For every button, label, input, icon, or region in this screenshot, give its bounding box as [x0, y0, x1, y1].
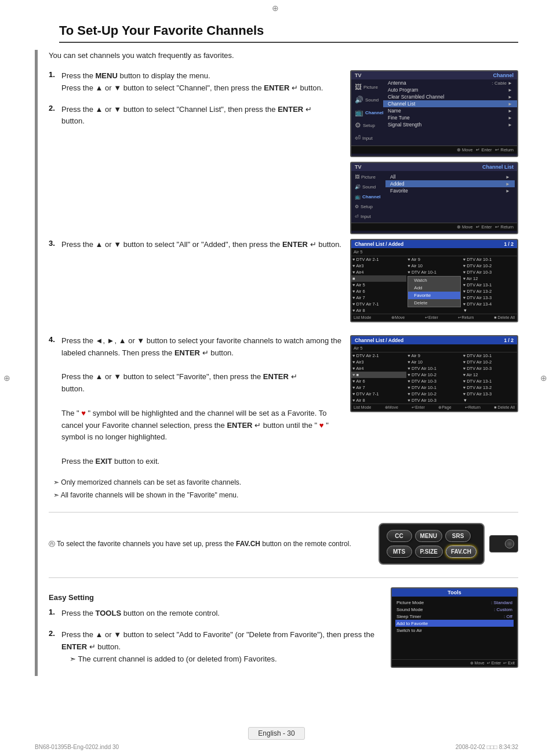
tools-sleep: Sleep Timer : Off: [395, 613, 514, 620]
cla2-col3: DTV Air 10-1 DTV Air 10-2 DTV Air 10-3 A…: [462, 352, 517, 404]
picmode-label: Picture Mode: [396, 600, 424, 605]
cla-screen-2: Channel List / Added 1 / 2 Air 5 DTV Air…: [350, 335, 518, 412]
cl-setup-row: ⚙Setup: [351, 202, 383, 212]
remote-favch-btn[interactable]: FAV.CH: [446, 546, 476, 558]
tools-sndmode: Sound Mode : Custom: [395, 606, 514, 613]
heart-sym-2: ♥: [319, 421, 324, 430]
remote-mts-btn[interactable]: MTS: [387, 546, 412, 558]
tools-f-enter: ↵ Enter: [487, 661, 501, 666]
sndmode-label: Sound Mode: [396, 607, 423, 612]
cl-all-row: All►: [385, 173, 515, 180]
channel-list-header: TV Channel List: [351, 163, 517, 171]
tv-channel-rows: Antenna: Cable ► Auto Program► Clear Scr…: [383, 79, 517, 146]
remote-buttons-mockup: CC MENU SRS MTS P.SIZE FAV.CH: [379, 523, 518, 565]
cl-favorite-row: Favorite►: [385, 187, 515, 194]
cl-footer-enter: ↵ Enter: [476, 224, 492, 230]
input-label: Input: [362, 136, 373, 141]
tv-channellist-row: Channel List►: [383, 100, 517, 107]
tv-input-icon-row: ⏎Input: [351, 132, 383, 144]
cl-menu-label: Channel List: [482, 164, 514, 170]
c2-air6: Air 6: [351, 378, 406, 384]
ctx-watch[interactable]: Watch: [408, 277, 460, 284]
c2-dtv10-2b: DTV Air 10-2: [406, 391, 461, 397]
cla-context-menu: Watch Add Favorite Delete: [408, 276, 460, 307]
remote-menu-btn[interactable]: MENU: [415, 530, 442, 542]
tools-addfav[interactable]: Add to Favorite: [395, 620, 514, 627]
left-border-bar: [35, 50, 38, 676]
cla-col1: DTV Air 2-1 Air3 Air4 ■ Air 5 Air 6 Air …: [351, 256, 406, 314]
crosshair-top: [272, 3, 281, 13]
cla-air-label-2: Air 5: [354, 346, 362, 351]
cla-footer-1: List Mode ⊕Move ↵Enter ↩Return ■ Delete …: [351, 314, 517, 321]
finetune-arrow: ►: [508, 115, 512, 121]
step-3-num: 3.: [49, 239, 61, 248]
ctx-delete[interactable]: Delete: [408, 299, 460, 307]
easy-step-2-num: 2.: [49, 629, 61, 638]
remote-row-1: CC MENU SRS: [387, 530, 476, 542]
page-title: To Set-Up Your Favorite Channels: [59, 23, 518, 43]
cla-footer-2: List Mode ⊕Move ↵Enter ⊕Page ↩Return ■ D…: [351, 404, 517, 411]
cla-dtv-2-1: DTV Air 2-1: [351, 256, 406, 263]
step-3-right: Channel List / Added 1 / 2 Air 5 DTV Air…: [350, 239, 518, 327]
cla-col2: Air 9 Air 10 DTV Air 10-1 Watch Add Favo…: [406, 256, 461, 314]
tools-picmode: Picture Mode : Standard: [395, 599, 514, 606]
c2-air7: Air 7: [351, 384, 406, 391]
tools-bold: TOOLS: [96, 609, 122, 617]
cl-input-label: Input: [361, 214, 371, 219]
cla-dtv13-3: DTV Air 13-3: [462, 295, 517, 301]
ctx-favorite[interactable]: Favorite: [408, 292, 460, 299]
footer-text: English - 30: [248, 727, 304, 740]
easy-setting-section: Easy Setting 1. Press the TOOLS button o…: [49, 587, 518, 674]
cl-picture-row: 🖼Picture: [351, 172, 383, 182]
footer-return: ↩ Return: [495, 147, 514, 152]
tools-spacer: [395, 634, 514, 657]
tv-clear-row: Clear Scrambled Channel►: [383, 93, 517, 100]
cla-title-1: Channel List / Added: [355, 241, 403, 247]
c2-col3-end: ▼: [462, 397, 517, 404]
sleep-label: Sleep Timer: [396, 614, 421, 619]
remote-srs-btn[interactable]: SRS: [445, 530, 471, 542]
cla2-f-enter: ↵Enter: [412, 405, 425, 410]
c2-dtv10-1c: DTV Air 10-1: [462, 352, 517, 359]
c2-dtv10-2c: DTV Air 10-2: [462, 359, 517, 365]
c2-air9: Air 9: [406, 352, 461, 359]
cla-title-2: Channel List / Added: [355, 337, 403, 343]
cla-air-bar-2: Air 5: [351, 344, 517, 352]
ctx-add[interactable]: Add: [408, 284, 460, 292]
cla2-col1: DTV Air 2-1 Air3 Air4 ■ Air 6 Air 7 DTV …: [351, 352, 406, 404]
cla-blank1: ■: [351, 275, 406, 282]
crosshair-left: [3, 373, 13, 383]
cla2-f-deleteall: ■ Delete All: [494, 405, 515, 410]
added-arrow: ►: [505, 181, 510, 187]
easy-step-2: 2. Press the ▲ or ▼ button to select "Ad…: [49, 629, 385, 665]
c2-dtv13-2: DTV Air 13-2: [462, 384, 517, 391]
step-1-content: Press the MENU button to display the men…: [61, 70, 344, 94]
step-2-content: Press the ▲ or ▼ button to select "Chann…: [61, 104, 344, 128]
remote-cc-btn[interactable]: CC: [387, 530, 412, 542]
tools-footer: ⊕ Move ↵ Enter ↩ Exit: [392, 659, 517, 667]
c2-dtv10-2: DTV Air 10-2: [406, 372, 461, 378]
tv-finetune-row: Fine Tune►: [383, 114, 517, 121]
cla2-f-move: ⊕Move: [385, 405, 398, 410]
cl-input-row: ⏎Input: [351, 212, 383, 221]
tools-f-exit: ↩ Exit: [503, 661, 515, 666]
tv-channel-icon-row: 📺Channel: [351, 106, 383, 119]
step-1-num: 1.: [49, 70, 61, 79]
tv-channel-body: 🖼Picture 🔊Sound 📺Channel ⚙Setup: [351, 79, 517, 146]
remote-psize-btn[interactable]: P.SIZE: [415, 546, 443, 558]
cla-header-2: Channel List / Added 1 / 2: [351, 336, 517, 344]
sound-label: Sound: [365, 97, 379, 103]
c2-air12: Air 12: [462, 372, 517, 378]
tv-channel-screen: TV Channel 🖼Picture 🔊Sound �: [350, 70, 518, 157]
tv-autoprog-row: Auto Program►: [383, 86, 517, 93]
c2-air3: Air3: [351, 359, 406, 365]
cla-air9: Air 9: [406, 256, 461, 263]
easy-note: ➣ The current channel is added to (or de…: [61, 653, 385, 666]
tools-switchair[interactable]: Switch to Air: [395, 627, 514, 634]
cla2-col2: Air 9 Air 10 DTV Air 10-1 DTV Air 10-2 D…: [406, 352, 461, 404]
antenna-val: : Cable ►: [492, 81, 513, 86]
step-1: 1. Press the MENU button to display the …: [49, 70, 344, 94]
step-2: 2. Press the ▲ or ▼ button to select "Ch…: [49, 104, 344, 128]
notes-block: Only memorized channels can be set as fa…: [53, 477, 344, 501]
cl-added-row: Added►: [385, 180, 515, 187]
